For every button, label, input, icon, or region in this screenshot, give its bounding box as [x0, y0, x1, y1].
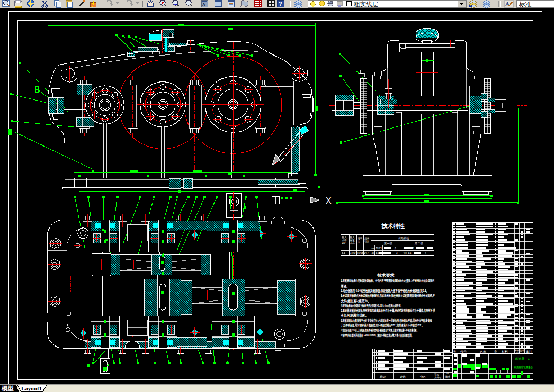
- svg-text:1440: 1440: [350, 252, 356, 254]
- svg-text:14.7: 14.7: [364, 252, 369, 254]
- svg-text:动比: 动比: [364, 240, 370, 243]
- svg-text:Z2/Z1: Z2/Z1: [376, 247, 382, 250]
- svg-text:粗实线层: 粗实线层: [353, 1, 378, 7]
- svg-text:厚漆。: 厚漆。: [340, 284, 349, 288]
- svg-text:有任何渗漏出现象。: 有任何渗漏出现象。: [341, 313, 368, 317]
- svg-text:5.5: 5.5: [342, 252, 346, 254]
- svg-text:Layout1: Layout1: [21, 385, 42, 391]
- svg-text:标记: 标记: [379, 375, 386, 379]
- svg-text:数: 数: [495, 350, 497, 353]
- svg-text:㗊: 㗊: [446, 375, 449, 378]
- svg-text:4: 4: [425, 252, 426, 254]
- svg-text:Z2/Z1: Z2/Z1: [408, 247, 414, 250]
- svg-text:备注: 备注: [526, 350, 532, 354]
- svg-text:X: X: [326, 196, 332, 205]
- svg-text:文件号: 文件号: [434, 376, 442, 379]
- svg-text:2.啮合侧隙用-0.64铅丝检验其侧隙值,保证侧隙入值不低于: 2.啮合侧隙用-0.64铅丝检验其侧隙值,保证侧隙入值不低于规格的长侧隙值(见0…: [341, 289, 428, 293]
- svg-text:4.0: 4.0: [404, 252, 407, 254]
- svg-text:二级圆柱齿轮减速器: 二级圆柱齿轮减速器: [512, 365, 533, 369]
- svg-text:比: 比: [358, 240, 360, 243]
- svg-text:代号: 代号: [460, 350, 467, 353]
- svg-text:0.968: 0.968: [357, 252, 363, 254]
- svg-text:功率: 功率: [342, 239, 347, 242]
- svg-text:3: 3: [396, 252, 398, 254]
- svg-text:A: A: [505, 1, 510, 7]
- svg-text:3.长齿面接触斑点检验齿侧的接触斑点,用标准检验,涂色检验在: 3.长齿面接触斑点检验齿侧的接触斑点,用标准检验,涂色检验在齿轮圆周面接触斑点分…: [341, 294, 435, 298]
- svg-text:技术要求: 技术要求: [377, 273, 395, 278]
- svg-text:模型: 模型: [1, 385, 14, 391]
- svg-text:标准: 标准: [519, 1, 532, 7]
- svg-text:mn: mn: [372, 247, 376, 250]
- svg-text:第一级: 第一级: [383, 242, 392, 245]
- svg-text:速率: 速率: [358, 237, 363, 240]
- svg-text:减速器—1: 减速器—1: [515, 357, 530, 361]
- svg-text:传动特性: 传动特性: [398, 236, 409, 240]
- svg-text:材料: 材料: [501, 350, 508, 354]
- svg-text:总传: 总传: [364, 237, 370, 240]
- svg-text:分区: 分区: [420, 375, 426, 378]
- svg-text:名称: 名称: [480, 350, 486, 354]
- svg-text:第二级: 第二级: [414, 242, 423, 245]
- svg-text:r/min: r/min: [350, 242, 356, 245]
- svg-text:日: 日: [446, 372, 449, 375]
- svg-text:A: A: [202, 2, 205, 7]
- svg-text:6.装配前箱体内部涂漆不允许有杂物存在,内表面涂有一层耐油漆: 6.装配前箱体内部涂漆不允许有杂物存在,内表面涂有一层耐油漆,运转箱体平稳,回转…: [341, 318, 432, 323]
- svg-text:号: 号: [453, 350, 456, 353]
- svg-text:5.减速器装配剖分面涂,密封胶或水玻璃其余不许小于漏,转动件: 5.减速器装配剖分面涂,密封胶或水玻璃其余不许小于漏,转动件装拆接触应许小于漏油…: [341, 308, 435, 313]
- svg-text:重量: 重量: [516, 351, 520, 354]
- svg-text:?: ?: [279, 1, 282, 7]
- svg-text:4.调节轴承轴向游隙应与轴承平行的间隙为0.25-0.4mm: 4.调节轴承轴向游隙应与轴承平行的间隙为0.25-0.4mm范围内调节值。: [341, 304, 403, 308]
- svg-text:允许超过标-规范%。: 允许超过标-规范%。: [341, 299, 371, 303]
- svg-text:3.5: 3.5: [376, 252, 379, 254]
- svg-text:技术特性: 技术特性: [381, 223, 405, 229]
- svg-text:转速: 转速: [350, 239, 355, 242]
- svg-text:8.箱体内装全损耗系统用油L-AN68 10mm。油面不得超: 8.箱体内装全损耗系统用油L-AN68 10mm。油面不得超过规定最大/最小油面…: [341, 333, 413, 338]
- svg-text:处数: 处数: [400, 375, 406, 379]
- svg-text:7.齿面涂色检75%以上,寿检验查箱体各部位结合各接缝合严实: 7.齿面涂色检75%以上,寿检验查箱体各部位结合各接缝合严实性,其密封性能漏不许…: [341, 328, 418, 332]
- svg-text:mn: mn: [404, 247, 407, 250]
- svg-text:于允许噪音值,周转轴承温升检验总成不许超过规定65℃,润滑油: 于允许噪音值,周转轴承温升检验总成不许超过规定65℃,润滑油温升不许超过35℃。: [341, 323, 424, 327]
- svg-text:β: β: [395, 247, 396, 250]
- svg-text:kW: kW: [342, 242, 346, 245]
- svg-text:3.5: 3.5: [372, 252, 376, 254]
- svg-text:1.装配滚动轴承许用称固游隙轴承。外壳内不平整清除钻屑杂末去: 1.装配滚动轴承许用称固游隙轴承。外壳内不平整清除钻屑杂末去,内壁涂上不被侵蚀去…: [341, 279, 434, 283]
- svg-text:3.5: 3.5: [408, 252, 412, 254]
